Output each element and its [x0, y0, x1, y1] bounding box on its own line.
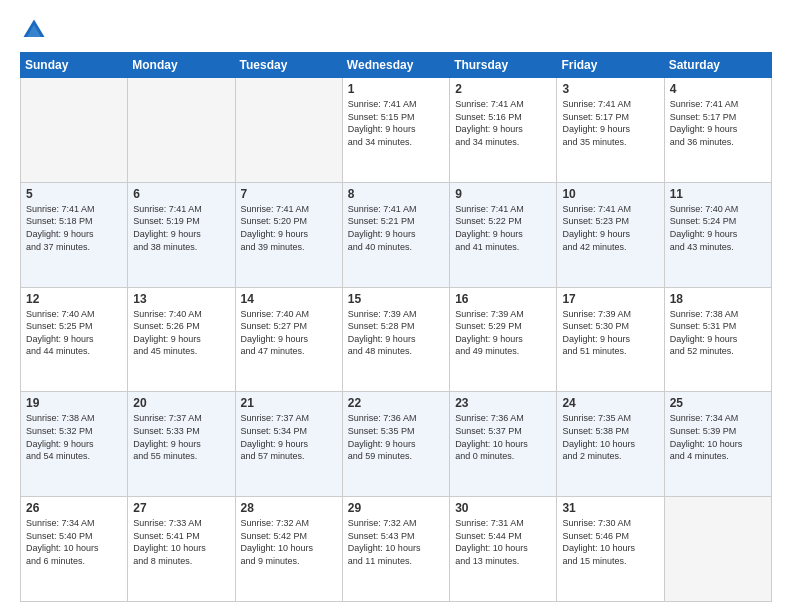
- calendar-cell: 15Sunrise: 7:39 AM Sunset: 5:28 PM Dayli…: [342, 287, 449, 392]
- calendar-cell: 28Sunrise: 7:32 AM Sunset: 5:42 PM Dayli…: [235, 497, 342, 602]
- day-number: 30: [455, 501, 551, 515]
- day-number: 9: [455, 187, 551, 201]
- day-info: Sunrise: 7:34 AM Sunset: 5:40 PM Dayligh…: [26, 517, 122, 567]
- day-number: 11: [670, 187, 766, 201]
- calendar-cell: [664, 497, 771, 602]
- calendar-cell: 6Sunrise: 7:41 AM Sunset: 5:19 PM Daylig…: [128, 182, 235, 287]
- calendar-week-row: 12Sunrise: 7:40 AM Sunset: 5:25 PM Dayli…: [21, 287, 772, 392]
- calendar-cell: [21, 78, 128, 183]
- calendar-cell: 22Sunrise: 7:36 AM Sunset: 5:35 PM Dayli…: [342, 392, 449, 497]
- day-info: Sunrise: 7:41 AM Sunset: 5:17 PM Dayligh…: [670, 98, 766, 148]
- calendar-week-row: 5Sunrise: 7:41 AM Sunset: 5:18 PM Daylig…: [21, 182, 772, 287]
- day-number: 7: [241, 187, 337, 201]
- calendar-cell: 23Sunrise: 7:36 AM Sunset: 5:37 PM Dayli…: [450, 392, 557, 497]
- day-number: 27: [133, 501, 229, 515]
- weekday-header-monday: Monday: [128, 53, 235, 78]
- calendar-week-row: 26Sunrise: 7:34 AM Sunset: 5:40 PM Dayli…: [21, 497, 772, 602]
- calendar-cell: 14Sunrise: 7:40 AM Sunset: 5:27 PM Dayli…: [235, 287, 342, 392]
- day-info: Sunrise: 7:41 AM Sunset: 5:18 PM Dayligh…: [26, 203, 122, 253]
- day-info: Sunrise: 7:41 AM Sunset: 5:16 PM Dayligh…: [455, 98, 551, 148]
- calendar-cell: [235, 78, 342, 183]
- weekday-header-thursday: Thursday: [450, 53, 557, 78]
- day-info: Sunrise: 7:36 AM Sunset: 5:35 PM Dayligh…: [348, 412, 444, 462]
- day-info: Sunrise: 7:39 AM Sunset: 5:30 PM Dayligh…: [562, 308, 658, 358]
- day-number: 12: [26, 292, 122, 306]
- day-info: Sunrise: 7:39 AM Sunset: 5:29 PM Dayligh…: [455, 308, 551, 358]
- calendar-cell: 11Sunrise: 7:40 AM Sunset: 5:24 PM Dayli…: [664, 182, 771, 287]
- day-info: Sunrise: 7:40 AM Sunset: 5:25 PM Dayligh…: [26, 308, 122, 358]
- day-info: Sunrise: 7:33 AM Sunset: 5:41 PM Dayligh…: [133, 517, 229, 567]
- day-info: Sunrise: 7:34 AM Sunset: 5:39 PM Dayligh…: [670, 412, 766, 462]
- day-number: 15: [348, 292, 444, 306]
- day-info: Sunrise: 7:41 AM Sunset: 5:23 PM Dayligh…: [562, 203, 658, 253]
- day-number: 29: [348, 501, 444, 515]
- calendar-cell: 20Sunrise: 7:37 AM Sunset: 5:33 PM Dayli…: [128, 392, 235, 497]
- day-number: 4: [670, 82, 766, 96]
- calendar-cell: [128, 78, 235, 183]
- calendar-cell: 16Sunrise: 7:39 AM Sunset: 5:29 PM Dayli…: [450, 287, 557, 392]
- day-info: Sunrise: 7:38 AM Sunset: 5:31 PM Dayligh…: [670, 308, 766, 358]
- calendar-cell: 10Sunrise: 7:41 AM Sunset: 5:23 PM Dayli…: [557, 182, 664, 287]
- calendar-cell: 25Sunrise: 7:34 AM Sunset: 5:39 PM Dayli…: [664, 392, 771, 497]
- day-info: Sunrise: 7:37 AM Sunset: 5:34 PM Dayligh…: [241, 412, 337, 462]
- day-number: 10: [562, 187, 658, 201]
- day-number: 23: [455, 396, 551, 410]
- day-info: Sunrise: 7:38 AM Sunset: 5:32 PM Dayligh…: [26, 412, 122, 462]
- calendar-cell: 27Sunrise: 7:33 AM Sunset: 5:41 PM Dayli…: [128, 497, 235, 602]
- day-info: Sunrise: 7:40 AM Sunset: 5:27 PM Dayligh…: [241, 308, 337, 358]
- day-number: 20: [133, 396, 229, 410]
- calendar-cell: 5Sunrise: 7:41 AM Sunset: 5:18 PM Daylig…: [21, 182, 128, 287]
- day-info: Sunrise: 7:41 AM Sunset: 5:21 PM Dayligh…: [348, 203, 444, 253]
- day-number: 24: [562, 396, 658, 410]
- day-number: 3: [562, 82, 658, 96]
- day-number: 1: [348, 82, 444, 96]
- calendar-week-row: 1Sunrise: 7:41 AM Sunset: 5:15 PM Daylig…: [21, 78, 772, 183]
- day-info: Sunrise: 7:32 AM Sunset: 5:43 PM Dayligh…: [348, 517, 444, 567]
- day-info: Sunrise: 7:35 AM Sunset: 5:38 PM Dayligh…: [562, 412, 658, 462]
- page: SundayMondayTuesdayWednesdayThursdayFrid…: [0, 0, 792, 612]
- calendar-cell: 9Sunrise: 7:41 AM Sunset: 5:22 PM Daylig…: [450, 182, 557, 287]
- calendar-cell: 13Sunrise: 7:40 AM Sunset: 5:26 PM Dayli…: [128, 287, 235, 392]
- calendar-cell: 21Sunrise: 7:37 AM Sunset: 5:34 PM Dayli…: [235, 392, 342, 497]
- calendar-week-row: 19Sunrise: 7:38 AM Sunset: 5:32 PM Dayli…: [21, 392, 772, 497]
- day-number: 31: [562, 501, 658, 515]
- day-number: 22: [348, 396, 444, 410]
- calendar-cell: 30Sunrise: 7:31 AM Sunset: 5:44 PM Dayli…: [450, 497, 557, 602]
- day-number: 26: [26, 501, 122, 515]
- calendar-table: SundayMondayTuesdayWednesdayThursdayFrid…: [20, 52, 772, 602]
- calendar-cell: 8Sunrise: 7:41 AM Sunset: 5:21 PM Daylig…: [342, 182, 449, 287]
- logo: [20, 16, 52, 44]
- day-number: 5: [26, 187, 122, 201]
- day-info: Sunrise: 7:40 AM Sunset: 5:24 PM Dayligh…: [670, 203, 766, 253]
- calendar-cell: 3Sunrise: 7:41 AM Sunset: 5:17 PM Daylig…: [557, 78, 664, 183]
- day-number: 16: [455, 292, 551, 306]
- day-number: 14: [241, 292, 337, 306]
- day-info: Sunrise: 7:41 AM Sunset: 5:17 PM Dayligh…: [562, 98, 658, 148]
- calendar-cell: 19Sunrise: 7:38 AM Sunset: 5:32 PM Dayli…: [21, 392, 128, 497]
- day-number: 2: [455, 82, 551, 96]
- day-info: Sunrise: 7:31 AM Sunset: 5:44 PM Dayligh…: [455, 517, 551, 567]
- day-info: Sunrise: 7:41 AM Sunset: 5:20 PM Dayligh…: [241, 203, 337, 253]
- calendar-cell: 26Sunrise: 7:34 AM Sunset: 5:40 PM Dayli…: [21, 497, 128, 602]
- calendar-cell: 7Sunrise: 7:41 AM Sunset: 5:20 PM Daylig…: [235, 182, 342, 287]
- day-info: Sunrise: 7:41 AM Sunset: 5:15 PM Dayligh…: [348, 98, 444, 148]
- weekday-header-friday: Friday: [557, 53, 664, 78]
- day-info: Sunrise: 7:36 AM Sunset: 5:37 PM Dayligh…: [455, 412, 551, 462]
- header: [20, 16, 772, 44]
- calendar-cell: 4Sunrise: 7:41 AM Sunset: 5:17 PM Daylig…: [664, 78, 771, 183]
- day-number: 6: [133, 187, 229, 201]
- day-number: 13: [133, 292, 229, 306]
- day-number: 17: [562, 292, 658, 306]
- day-number: 8: [348, 187, 444, 201]
- calendar-cell: 24Sunrise: 7:35 AM Sunset: 5:38 PM Dayli…: [557, 392, 664, 497]
- calendar-cell: 2Sunrise: 7:41 AM Sunset: 5:16 PM Daylig…: [450, 78, 557, 183]
- day-number: 28: [241, 501, 337, 515]
- weekday-header-sunday: Sunday: [21, 53, 128, 78]
- logo-icon: [20, 16, 48, 44]
- calendar-cell: 18Sunrise: 7:38 AM Sunset: 5:31 PM Dayli…: [664, 287, 771, 392]
- day-number: 25: [670, 396, 766, 410]
- day-info: Sunrise: 7:32 AM Sunset: 5:42 PM Dayligh…: [241, 517, 337, 567]
- weekday-header-wednesday: Wednesday: [342, 53, 449, 78]
- day-number: 19: [26, 396, 122, 410]
- weekday-header-tuesday: Tuesday: [235, 53, 342, 78]
